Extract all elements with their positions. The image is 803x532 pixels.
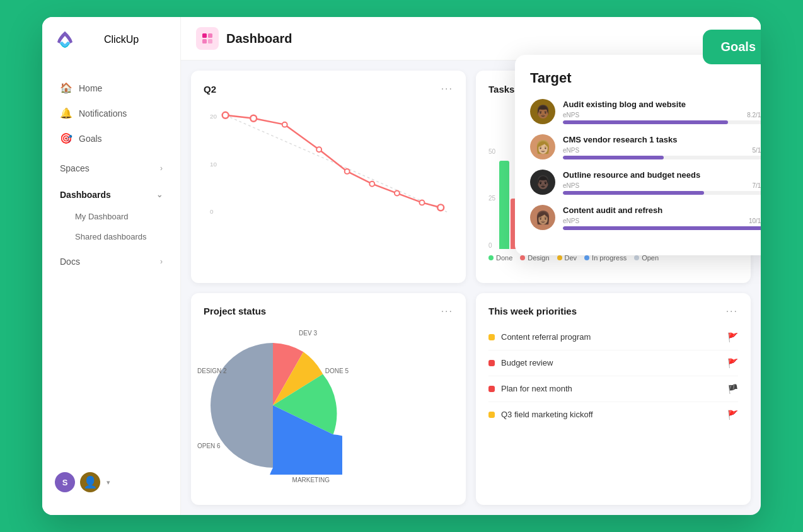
done-dot [488, 255, 494, 260]
top-bar: Dashboard [181, 17, 761, 61]
target-item-0: 👨🏾 Audit existing blog and website eNPS … [530, 99, 761, 124]
target-avatar-1: 👩🏼 [530, 134, 555, 159]
svg-rect-4 [208, 33, 212, 38]
y-25: 25 [488, 195, 495, 202]
target-item-2: 👨🏿 Outline resource and budget needs eNP… [530, 170, 761, 195]
design-dot [520, 255, 525, 260]
svg-point-16 [369, 182, 374, 187]
avatar-dropdown[interactable]: ▾ [107, 478, 110, 487]
priority-dot-1 [488, 360, 495, 366]
goals-badge[interactable]: Goals [703, 30, 761, 64]
dashboard-icon [196, 27, 219, 50]
svg-point-19 [437, 204, 444, 211]
done-label-pie: DONE 5 [325, 367, 349, 374]
priorities-more-button[interactable]: ··· [726, 306, 738, 317]
target-bar-bg-0 [563, 120, 761, 124]
list-item[interactable]: Plan for next month 🏴 [488, 376, 738, 402]
open-label-pie: OPEN 6 [197, 442, 221, 449]
sidebar-docs[interactable]: Docs › [47, 250, 175, 273]
priority-dot-3 [488, 412, 495, 418]
project-status-header: Project status ··· [204, 306, 453, 317]
design-label-pie: DESIGN 2 [197, 367, 227, 374]
avatar-user[interactable]: 👤 [80, 472, 100, 492]
target-info-1: CMS vendor research 1 tasks eNPS 5/10 [563, 135, 761, 159]
list-item[interactable]: Budget review 🚩 [488, 350, 738, 376]
q2-line-chart: 20 10 0 [204, 102, 453, 228]
sidebar-item-notifications[interactable]: 🔔 Notifications [47, 101, 175, 125]
avatar-s[interactable]: S [55, 472, 75, 492]
sidebar: ClickUp 🏠 Home 🔔 Notifications 🎯 Goals [42, 17, 181, 515]
svg-point-14 [316, 147, 321, 152]
priority-text-2: Plan for next month [501, 384, 572, 393]
svg-point-13 [282, 122, 287, 127]
sidebar-dashboards[interactable]: Dashboards ⌄ [47, 183, 175, 206]
goals-icon: 🎯 [60, 132, 71, 144]
open-dot [634, 255, 639, 260]
project-status-card: Project status ··· DEV 3 DONE 5 OPEN 6 M… [191, 293, 466, 506]
q2-more-button[interactable]: ··· [441, 83, 453, 95]
main-container: ClickUp 🏠 Home 🔔 Notifications 🎯 Goals [0, 0, 803, 532]
project-status-content: DEV 3 DONE 5 OPEN 6 MARKETING DESIGN 2 [204, 325, 453, 487]
project-status-title: Project status [204, 306, 266, 316]
clickup-logo [55, 30, 75, 50]
svg-point-17 [395, 191, 400, 196]
home-icon: 🏠 [60, 82, 71, 94]
target-bar-fill-3 [563, 226, 761, 230]
target-avatar-2: 👨🏿 [530, 170, 555, 195]
target-card: Target 👨🏾 Audit existing blog and websit… [515, 55, 761, 255]
page-title: Dashboard [226, 32, 292, 46]
sidebar-shared-dashboards[interactable]: Shared dashboards [47, 227, 175, 246]
priority-flag-1: 🚩 [727, 358, 738, 368]
y-axis: 50 25 0 [488, 148, 495, 249]
priority-text-1: Budget review [501, 358, 553, 367]
docs-chevron: › [160, 257, 163, 266]
priority-flag-2: 🏴 [727, 384, 738, 394]
target-label-1: eNPS [563, 147, 579, 154]
list-item[interactable]: Content referral program 🚩 [488, 325, 738, 350]
dashboards-chevron: ⌄ [156, 190, 163, 199]
target-progress-row-1: eNPS 5/10 [563, 147, 761, 154]
legend-done: Done [488, 254, 512, 262]
target-bar-bg-3 [563, 226, 761, 230]
target-info-0: Audit existing blog and website eNPS 8.2… [563, 100, 761, 124]
target-avatar-3: 👩🏽 [530, 205, 555, 230]
target-info-2: Outline resource and budget needs eNPS 7… [563, 170, 761, 195]
target-name-1: CMS vendor research 1 tasks [563, 135, 761, 144]
target-bar-fill-1 [563, 156, 664, 159]
priority-item-left-3: Q3 field marketing kickoff [488, 410, 593, 419]
target-bar-bg-1 [563, 156, 761, 159]
project-status-more-button[interactable]: ··· [441, 306, 453, 317]
priority-dot-0 [488, 334, 495, 340]
sidebar-item-goals[interactable]: 🎯 Goals [47, 126, 175, 151]
svg-text:10: 10 [210, 161, 217, 168]
app-window: ClickUp 🏠 Home 🔔 Notifications 🎯 Goals [42, 17, 761, 515]
dashboards-section: Dashboards ⌄ My Dashboard Shared dashboa… [42, 183, 180, 247]
list-item[interactable]: Q3 field marketing kickoff 🚩 [488, 402, 738, 427]
target-label-3: eNPS [563, 217, 579, 224]
priority-text-0: Content referral program [501, 332, 591, 342]
svg-text:20: 20 [210, 113, 217, 120]
docs-section: Docs › [42, 250, 180, 274]
target-progress-row-2: eNPS 7/10 [563, 182, 761, 189]
pie-chart-container: DEV 3 DONE 5 OPEN 6 MARKETING DESIGN 2 [204, 336, 342, 475]
grid-icon [201, 32, 214, 45]
q2-title: Q2 [204, 84, 216, 95]
target-progress-row-0: eNPS 8.2/10 [563, 112, 761, 119]
svg-point-11 [222, 112, 229, 119]
svg-rect-3 [202, 33, 207, 38]
spaces-section: Spaces › [42, 156, 180, 180]
logo-area: ClickUp [42, 30, 180, 65]
priorities-header: This week priorities ··· [488, 306, 738, 317]
sidebar-my-dashboard[interactable]: My Dashboard [47, 207, 175, 226]
shared-dashboards-label: Shared dashboards [75, 232, 146, 241]
priority-flag-3: 🚩 [727, 410, 738, 420]
sidebar-item-goals-label: Goals [79, 134, 102, 144]
my-dashboard-label: My Dashboard [75, 212, 129, 221]
sidebar-item-home[interactable]: 🏠 Home [47, 76, 175, 100]
svg-text:0: 0 [210, 208, 214, 215]
priority-item-left-0: Content referral program [488, 332, 591, 342]
priority-item-left-2: Plan for next month [488, 384, 572, 393]
target-label-2: eNPS [563, 182, 579, 189]
sidebar-spaces[interactable]: Spaces › [47, 157, 175, 180]
svg-rect-5 [202, 39, 207, 43]
